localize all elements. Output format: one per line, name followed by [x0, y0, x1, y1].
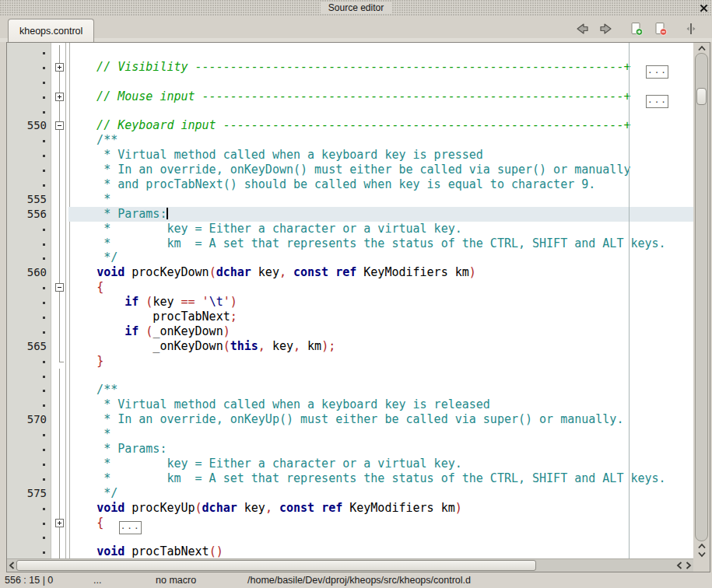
code-line[interactable]: 565 _onKeyDown(this, key, km);: [7, 339, 693, 354]
code-text[interactable]: * Virtual method called when a keyboard …: [68, 397, 693, 412]
code-text[interactable]: if (key == '\t'): [68, 295, 693, 310]
code-token: [272, 501, 279, 515]
code-text[interactable]: * km = A set that represents the status …: [68, 471, 693, 486]
code-line[interactable]: [7, 530, 693, 544]
code-text[interactable]: *: [68, 427, 693, 442]
code-text[interactable]: if (_onKeyDown): [68, 324, 693, 339]
code-line[interactable]: {...: [7, 516, 693, 530]
code-line[interactable]: // Mouse input -------------------------…: [7, 89, 693, 104]
horizontal-scroll-track[interactable]: [16, 560, 675, 571]
code-text[interactable]: * Params:: [68, 442, 693, 457]
line-dot: [7, 250, 51, 265]
code-line[interactable]: {: [7, 280, 693, 295]
code-line[interactable]: 575 */: [7, 486, 693, 501]
code-text[interactable]: void procKeyUp(dchar key, const ref KeyM…: [68, 501, 693, 516]
code-line[interactable]: /**: [7, 383, 693, 397]
code-line[interactable]: 560 void procKeyDown(dchar key, const re…: [7, 265, 693, 280]
scroll-left-button-2[interactable]: [675, 559, 684, 572]
code-line[interactable]: [7, 369, 693, 383]
code-line[interactable]: if (key == '\t'): [7, 295, 693, 310]
code-text[interactable]: *: [68, 192, 693, 207]
vertical-scrollbar[interactable]: [693, 43, 710, 558]
code-text[interactable]: * and procTabNext() should be called whe…: [68, 177, 693, 192]
code-text[interactable]: [68, 530, 693, 544]
code-text[interactable]: procTabNext;: [68, 310, 693, 324]
code-line[interactable]: * key = Either a character or a virtual …: [7, 457, 693, 471]
fold-toggle[interactable]: [51, 118, 68, 133]
code-line[interactable]: [7, 75, 693, 89]
code-line[interactable]: *: [7, 427, 693, 442]
split-view-button[interactable]: [682, 21, 700, 37]
code-text[interactable]: [68, 104, 693, 119]
code-line[interactable]: // Visibility --------------------------…: [7, 60, 693, 75]
title-bar[interactable]: Source editor: [0, 0, 712, 16]
code-line[interactable]: [7, 104, 693, 119]
fold-toggle[interactable]: [51, 280, 68, 295]
code-text[interactable]: * key = Either a character or a virtual …: [68, 457, 693, 471]
code-text[interactable]: * key = Either a character or a virtual …: [68, 222, 693, 236]
code-line[interactable]: [7, 45, 693, 60]
code-text[interactable]: // Mouse input -------------------------…: [68, 89, 693, 104]
code-text[interactable]: * Virtual method called when a keyboard …: [68, 148, 693, 163]
code-line[interactable]: * Params:: [7, 442, 693, 457]
code-line[interactable]: * Virtual method called when a keyboard …: [7, 148, 693, 163]
fold-toggle[interactable]: [51, 516, 68, 530]
code-text[interactable]: void procTabNext(): [68, 544, 693, 558]
code-text[interactable]: * In an override, onKeyDown() must eithe…: [68, 163, 693, 177]
code-line[interactable]: }: [7, 354, 693, 369]
code-line[interactable]: * key = Either a character or a virtual …: [7, 222, 693, 236]
code-line[interactable]: * km = A set that represents the status …: [7, 471, 693, 486]
vertical-scroll-thumb[interactable]: [696, 88, 707, 105]
code-line[interactable]: void procTabNext(): [7, 544, 693, 558]
code-text[interactable]: [68, 45, 693, 60]
code-text[interactable]: */: [68, 250, 693, 265]
code-line[interactable]: */: [7, 250, 693, 265]
code-text[interactable]: /**: [68, 133, 693, 148]
horizontal-scrollbar[interactable]: [7, 558, 693, 572]
code-text[interactable]: _onKeyDown(this, key, km);: [68, 339, 693, 354]
previous-document-button[interactable]: [573, 21, 591, 37]
close-document-button[interactable]: [652, 21, 669, 37]
code-text[interactable]: void procKeyDown(dchar key, const ref Ke…: [68, 265, 693, 280]
code-text[interactable]: // Visibility --------------------------…: [68, 60, 693, 75]
code-text[interactable]: * In an override, onKeyUp() must either …: [68, 412, 693, 427]
code-line[interactable]: 570 * In an override, onKeyUp() must eit…: [7, 412, 693, 427]
next-document-button[interactable]: [598, 21, 615, 37]
code-line[interactable]: 550 // Keyboard input ------------------…: [7, 118, 693, 133]
code-text[interactable]: * Params:: [68, 207, 693, 222]
code-line[interactable]: void procKeyUp(dchar key, const ref KeyM…: [7, 501, 693, 516]
code-line[interactable]: * Virtual method called when a keyboard …: [7, 397, 693, 412]
close-button[interactable]: [699, 3, 709, 13]
line-number: 560: [7, 265, 51, 280]
code-line[interactable]: 555 *: [7, 192, 693, 207]
scroll-down-button[interactable]: [693, 550, 710, 558]
vertical-scroll-track[interactable]: [695, 53, 708, 541]
code-text[interactable]: [68, 369, 693, 383]
scroll-right-button[interactable]: [684, 559, 693, 572]
scroll-left-button[interactable]: [7, 559, 16, 572]
code-text[interactable]: [68, 75, 693, 89]
code-text[interactable]: }: [68, 354, 693, 369]
code-line[interactable]: * km = A set that represents the status …: [7, 236, 693, 251]
code-line[interactable]: 556 * Params:: [7, 207, 693, 222]
line-dot: [7, 457, 51, 471]
code-line[interactable]: * and procTabNext() should be called whe…: [7, 177, 693, 192]
scroll-up-button-2[interactable]: [693, 541, 710, 550]
code-text[interactable]: /**: [68, 383, 693, 397]
fold-toggle[interactable]: [51, 89, 68, 104]
code-line[interactable]: /**: [7, 133, 693, 148]
code-text[interactable]: */: [68, 486, 693, 501]
code-line[interactable]: * In an override, onKeyDown() must eithe…: [7, 163, 693, 177]
horizontal-scroll-thumb[interactable]: [16, 560, 536, 571]
code-text[interactable]: * km = A set that represents the status …: [68, 236, 693, 251]
code-text[interactable]: {: [68, 280, 693, 295]
code-line[interactable]: if (_onKeyDown): [7, 324, 693, 339]
code-text[interactable]: // Keyboard input ----------------------…: [68, 118, 693, 133]
fold-toggle[interactable]: [51, 60, 68, 75]
scroll-up-button[interactable]: [693, 43, 710, 53]
tab-kheops-control[interactable]: kheops.control: [8, 19, 94, 42]
new-document-button[interactable]: [628, 21, 645, 37]
fold-cell: [51, 354, 68, 369]
code-line[interactable]: procTabNext;: [7, 310, 693, 324]
code-text[interactable]: {...: [68, 516, 693, 530]
